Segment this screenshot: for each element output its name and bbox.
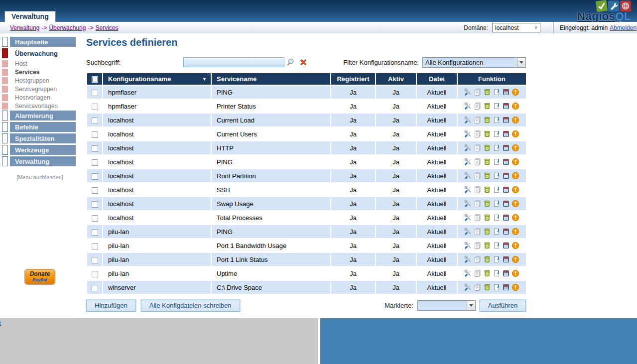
delete-icon[interactable]: [483, 88, 491, 96]
copy-icon[interactable]: [474, 186, 482, 194]
column-header-registered[interactable]: Registriert: [331, 73, 375, 85]
info-icon[interactable]: [511, 102, 519, 110]
delete-icon[interactable]: [483, 116, 491, 124]
delete-icon[interactable]: [483, 283, 491, 291]
hide-menu-link[interactable]: [Menu ausblenden]: [0, 174, 80, 180]
modify-icon[interactable]: [464, 130, 472, 138]
row-checkbox[interactable]: [92, 131, 98, 138]
row-checkbox[interactable]: [92, 243, 98, 249]
info-icon[interactable]: [511, 144, 519, 152]
copy-icon[interactable]: [474, 172, 482, 180]
column-header-config[interactable]: Konfigurationsname▼: [103, 73, 211, 85]
sidebar-section-befehle[interactable]: Befehle: [0, 122, 80, 132]
save-icon[interactable]: [502, 283, 510, 291]
modify-icon[interactable]: [464, 269, 472, 277]
modify-icon[interactable]: [464, 214, 472, 222]
modify-icon[interactable]: [464, 186, 472, 194]
row-checkbox[interactable]: [92, 173, 98, 180]
filter-config-select[interactable]: Alle Konfigurationen: [422, 57, 526, 68]
save-icon[interactable]: [502, 269, 510, 277]
delete-icon[interactable]: [483, 186, 491, 194]
delete-icon[interactable]: [483, 214, 491, 222]
modify-icon[interactable]: [464, 116, 472, 124]
marked-action-select[interactable]: [417, 300, 476, 311]
delete-icon[interactable]: [483, 242, 491, 249]
save-icon[interactable]: [502, 242, 510, 249]
write-all-configs-button[interactable]: Alle Konfigdateien schreiben: [141, 300, 240, 312]
info-icon[interactable]: [511, 228, 519, 236]
info-icon[interactable]: [511, 242, 519, 249]
donate-paypal-button[interactable]: Donate PayPal: [24, 269, 55, 285]
delete-icon[interactable]: [483, 144, 491, 152]
modify-icon[interactable]: [464, 255, 472, 263]
info-icon[interactable]: [511, 214, 519, 222]
save-icon[interactable]: [502, 144, 510, 152]
execute-button[interactable]: Ausführen: [480, 300, 526, 312]
sidebar-item-hostvorlagen[interactable]: Hostvorlagen: [0, 94, 80, 102]
modify-icon[interactable]: [464, 242, 472, 249]
row-checkbox[interactable]: [92, 201, 98, 208]
sidebar-section-alarmierung[interactable]: Alarmierung: [0, 111, 80, 121]
row-checkbox[interactable]: [92, 257, 98, 263]
domain-select[interactable]: localhost ˅: [492, 23, 540, 32]
copy-icon[interactable]: [474, 269, 482, 277]
row-checkbox[interactable]: [92, 159, 98, 166]
column-header-active[interactable]: Aktiv: [376, 73, 416, 85]
copy-icon[interactable]: [474, 200, 482, 208]
delete-icon[interactable]: [483, 102, 491, 110]
save-icon[interactable]: [502, 214, 510, 222]
write-config-icon[interactable]: [493, 214, 501, 222]
info-icon[interactable]: [511, 186, 519, 194]
sidebar-item-host[interactable]: Host: [0, 60, 80, 68]
page-button-1[interactable]: 1: [0, 318, 318, 364]
row-checkbox[interactable]: [92, 104, 98, 110]
write-config-icon[interactable]: [493, 88, 501, 96]
save-icon[interactable]: [502, 228, 510, 236]
copy-icon[interactable]: [474, 228, 482, 236]
row-checkbox[interactable]: [92, 215, 98, 222]
write-config-icon[interactable]: [493, 158, 501, 166]
save-icon[interactable]: [502, 200, 510, 208]
column-header-file[interactable]: Datei: [417, 73, 457, 85]
save-icon[interactable]: [502, 172, 510, 180]
delete-icon[interactable]: [483, 200, 491, 208]
search-icon[interactable]: [286, 57, 296, 67]
write-config-icon[interactable]: [493, 186, 501, 194]
modify-icon[interactable]: [464, 102, 472, 110]
copy-icon[interactable]: [474, 88, 482, 96]
write-config-icon[interactable]: [493, 116, 501, 124]
delete-icon[interactable]: [483, 255, 491, 263]
write-config-icon[interactable]: [493, 200, 501, 208]
sidebar-section-werkzeuge[interactable]: Werkzeuge: [0, 145, 80, 155]
sidebar-item-services[interactable]: Services: [0, 68, 80, 76]
write-config-icon[interactable]: [493, 172, 501, 180]
write-config-icon[interactable]: [493, 255, 501, 263]
copy-icon[interactable]: [474, 242, 482, 249]
row-checkbox[interactable]: [92, 229, 98, 236]
sidebar-item-servicevorlagen[interactable]: Servicevorlagen: [0, 102, 80, 110]
info-icon[interactable]: [511, 269, 519, 277]
save-icon[interactable]: [502, 186, 510, 194]
delete-icon[interactable]: [483, 172, 491, 180]
select-all-checkbox[interactable]: [92, 76, 98, 83]
delete-icon[interactable]: [483, 130, 491, 138]
modify-icon[interactable]: [464, 88, 472, 96]
write-config-icon[interactable]: [493, 242, 501, 249]
row-checkbox[interactable]: [92, 285, 98, 291]
modify-icon[interactable]: [464, 172, 472, 180]
delete-icon[interactable]: [483, 269, 491, 277]
modify-icon[interactable]: [464, 144, 472, 152]
write-config-icon[interactable]: [493, 102, 501, 110]
save-icon[interactable]: [502, 116, 510, 124]
save-icon[interactable]: [502, 130, 510, 138]
copy-icon[interactable]: [474, 255, 482, 263]
info-icon[interactable]: [511, 200, 519, 208]
sidebar-item-hostgruppen[interactable]: Hostgruppen: [0, 77, 80, 85]
copy-icon[interactable]: [474, 130, 482, 138]
active-module-tab[interactable]: Verwaltung: [4, 11, 56, 22]
copy-icon[interactable]: [474, 144, 482, 152]
write-config-icon[interactable]: [493, 283, 501, 291]
copy-icon[interactable]: [474, 116, 482, 124]
write-config-icon[interactable]: [493, 144, 501, 152]
row-checkbox[interactable]: [92, 145, 98, 152]
